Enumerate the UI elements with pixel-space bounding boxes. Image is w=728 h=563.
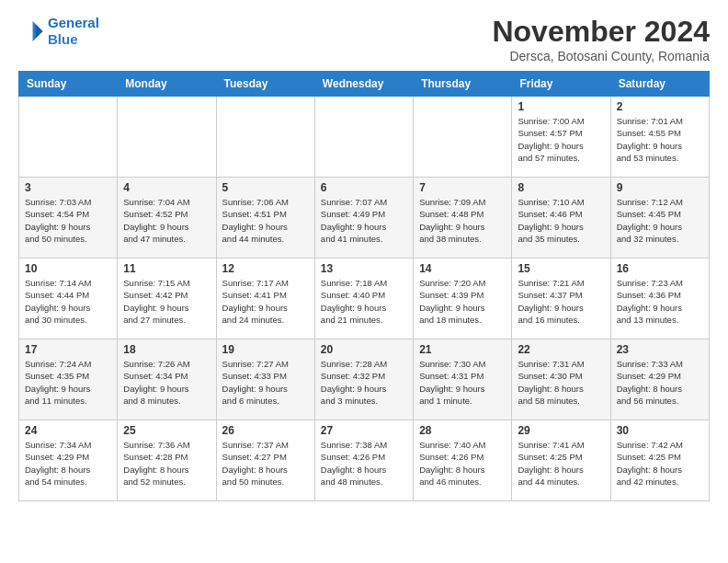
calendar-cell: 25Sunrise: 7:36 AMSunset: 4:28 PMDayligh… bbox=[118, 420, 216, 501]
day-header-friday: Friday bbox=[512, 72, 610, 97]
calendar-header-row: SundayMondayTuesdayWednesdayThursdayFrid… bbox=[19, 72, 710, 97]
day-number: 18 bbox=[123, 343, 210, 356]
day-info: Sunrise: 7:34 AMSunset: 4:29 PMDaylight:… bbox=[25, 439, 111, 488]
calendar-cell bbox=[216, 97, 314, 178]
day-info: Sunrise: 7:30 AMSunset: 4:31 PMDaylight:… bbox=[419, 358, 506, 407]
calendar-cell: 8Sunrise: 7:10 AMSunset: 4:46 PMDaylight… bbox=[512, 178, 610, 259]
day-info: Sunrise: 7:26 AMSunset: 4:34 PMDaylight:… bbox=[123, 358, 210, 407]
calendar-cell bbox=[118, 97, 216, 178]
day-header-monday: Monday bbox=[118, 72, 216, 97]
header: General Blue November 2024 Dersca, Botos… bbox=[18, 15, 710, 63]
logo-icon bbox=[18, 18, 44, 44]
calendar-cell: 22Sunrise: 7:31 AMSunset: 4:30 PMDayligh… bbox=[512, 339, 610, 420]
calendar-cell: 29Sunrise: 7:41 AMSunset: 4:25 PMDayligh… bbox=[512, 420, 610, 501]
day-info: Sunrise: 7:10 AMSunset: 4:46 PMDaylight:… bbox=[518, 196, 604, 245]
calendar-cell: 16Sunrise: 7:23 AMSunset: 4:36 PMDayligh… bbox=[610, 259, 709, 339]
calendar-cell: 20Sunrise: 7:28 AMSunset: 4:32 PMDayligh… bbox=[314, 339, 413, 420]
day-info: Sunrise: 7:06 AMSunset: 4:51 PMDaylight:… bbox=[222, 196, 309, 245]
calendar-cell: 7Sunrise: 7:09 AMSunset: 4:48 PMDaylight… bbox=[414, 178, 512, 259]
day-number: 22 bbox=[518, 343, 604, 356]
calendar-cell: 24Sunrise: 7:34 AMSunset: 4:29 PMDayligh… bbox=[19, 420, 118, 501]
calendar-week-row: 10Sunrise: 7:14 AMSunset: 4:44 PMDayligh… bbox=[19, 259, 710, 339]
day-number: 29 bbox=[518, 424, 604, 437]
day-info: Sunrise: 7:28 AMSunset: 4:32 PMDaylight:… bbox=[321, 358, 407, 407]
day-number: 26 bbox=[222, 424, 309, 437]
day-info: Sunrise: 7:12 AMSunset: 4:45 PMDaylight:… bbox=[617, 196, 703, 245]
day-info: Sunrise: 7:07 AMSunset: 4:49 PMDaylight:… bbox=[321, 196, 407, 245]
calendar-cell bbox=[19, 97, 118, 178]
calendar-cell: 21Sunrise: 7:30 AMSunset: 4:31 PMDayligh… bbox=[414, 339, 512, 420]
calendar-cell: 4Sunrise: 7:04 AMSunset: 4:52 PMDaylight… bbox=[118, 178, 216, 259]
day-number: 10 bbox=[25, 262, 111, 275]
day-info: Sunrise: 7:01 AMSunset: 4:55 PMDaylight:… bbox=[617, 115, 703, 164]
calendar-cell: 14Sunrise: 7:20 AMSunset: 4:39 PMDayligh… bbox=[414, 259, 512, 339]
day-number: 7 bbox=[419, 181, 506, 194]
day-info: Sunrise: 7:09 AMSunset: 4:48 PMDaylight:… bbox=[419, 196, 506, 245]
calendar-cell: 12Sunrise: 7:17 AMSunset: 4:41 PMDayligh… bbox=[216, 259, 314, 339]
day-info: Sunrise: 7:03 AMSunset: 4:54 PMDaylight:… bbox=[25, 196, 111, 245]
day-header-tuesday: Tuesday bbox=[216, 72, 314, 97]
day-header-thursday: Thursday bbox=[414, 72, 512, 97]
day-number: 2 bbox=[617, 100, 703, 113]
day-number: 12 bbox=[222, 262, 309, 275]
day-info: Sunrise: 7:38 AMSunset: 4:26 PMDaylight:… bbox=[321, 439, 407, 488]
day-number: 28 bbox=[419, 424, 506, 437]
day-number: 4 bbox=[123, 181, 210, 194]
day-number: 15 bbox=[518, 262, 604, 275]
calendar-cell: 10Sunrise: 7:14 AMSunset: 4:44 PMDayligh… bbox=[19, 259, 118, 339]
day-number: 17 bbox=[25, 343, 111, 356]
day-number: 23 bbox=[617, 343, 703, 356]
calendar-cell: 23Sunrise: 7:33 AMSunset: 4:29 PMDayligh… bbox=[610, 339, 709, 420]
calendar-cell: 1Sunrise: 7:00 AMSunset: 4:57 PMDaylight… bbox=[512, 97, 610, 178]
day-number: 5 bbox=[222, 181, 309, 194]
calendar-cell: 3Sunrise: 7:03 AMSunset: 4:54 PMDaylight… bbox=[19, 178, 118, 259]
day-header-sunday: Sunday bbox=[19, 72, 118, 97]
calendar-cell: 19Sunrise: 7:27 AMSunset: 4:33 PMDayligh… bbox=[216, 339, 314, 420]
day-header-saturday: Saturday bbox=[610, 72, 709, 97]
calendar-cell: 17Sunrise: 7:24 AMSunset: 4:35 PMDayligh… bbox=[19, 339, 118, 420]
day-info: Sunrise: 7:27 AMSunset: 4:33 PMDaylight:… bbox=[222, 358, 309, 407]
logo-blue: Blue bbox=[48, 31, 99, 48]
calendar-week-row: 17Sunrise: 7:24 AMSunset: 4:35 PMDayligh… bbox=[19, 339, 710, 420]
calendar-cell: 9Sunrise: 7:12 AMSunset: 4:45 PMDaylight… bbox=[610, 178, 709, 259]
calendar-cell: 30Sunrise: 7:42 AMSunset: 4:25 PMDayligh… bbox=[610, 420, 709, 501]
logo-text: General Blue bbox=[48, 15, 99, 48]
day-number: 27 bbox=[321, 424, 407, 437]
day-info: Sunrise: 7:14 AMSunset: 4:44 PMDaylight:… bbox=[25, 277, 111, 326]
day-info: Sunrise: 7:18 AMSunset: 4:40 PMDaylight:… bbox=[321, 277, 407, 326]
logo-general: General bbox=[48, 15, 99, 30]
calendar-week-row: 24Sunrise: 7:34 AMSunset: 4:29 PMDayligh… bbox=[19, 420, 710, 501]
day-number: 16 bbox=[617, 262, 703, 275]
calendar-week-row: 1Sunrise: 7:00 AMSunset: 4:57 PMDaylight… bbox=[19, 97, 710, 178]
calendar-table: SundayMondayTuesdayWednesdayThursdayFrid… bbox=[18, 71, 710, 501]
day-number: 11 bbox=[123, 262, 210, 275]
calendar-cell: 28Sunrise: 7:40 AMSunset: 4:26 PMDayligh… bbox=[414, 420, 512, 501]
day-number: 24 bbox=[25, 424, 111, 437]
day-number: 21 bbox=[419, 343, 506, 356]
day-number: 6 bbox=[321, 181, 407, 194]
day-info: Sunrise: 7:17 AMSunset: 4:41 PMDaylight:… bbox=[222, 277, 309, 326]
day-info: Sunrise: 7:36 AMSunset: 4:28 PMDaylight:… bbox=[123, 439, 210, 488]
calendar-cell: 26Sunrise: 7:37 AMSunset: 4:27 PMDayligh… bbox=[216, 420, 314, 501]
day-info: Sunrise: 7:21 AMSunset: 4:37 PMDaylight:… bbox=[518, 277, 604, 326]
month-title: November 2024 bbox=[492, 15, 710, 49]
day-info: Sunrise: 7:00 AMSunset: 4:57 PMDaylight:… bbox=[518, 115, 604, 164]
day-number: 25 bbox=[123, 424, 210, 437]
calendar-cell: 5Sunrise: 7:06 AMSunset: 4:51 PMDaylight… bbox=[216, 178, 314, 259]
day-number: 9 bbox=[617, 181, 703, 194]
location-subtitle: Dersca, Botosani County, Romania bbox=[492, 49, 710, 63]
day-number: 19 bbox=[222, 343, 309, 356]
day-number: 8 bbox=[518, 181, 604, 194]
day-info: Sunrise: 7:37 AMSunset: 4:27 PMDaylight:… bbox=[222, 439, 309, 488]
day-info: Sunrise: 7:24 AMSunset: 4:35 PMDaylight:… bbox=[25, 358, 111, 407]
calendar-cell bbox=[414, 97, 512, 178]
calendar-cell: 13Sunrise: 7:18 AMSunset: 4:40 PMDayligh… bbox=[314, 259, 413, 339]
day-header-wednesday: Wednesday bbox=[314, 72, 413, 97]
day-info: Sunrise: 7:04 AMSunset: 4:52 PMDaylight:… bbox=[123, 196, 210, 245]
day-number: 30 bbox=[617, 424, 703, 437]
calendar-cell: 27Sunrise: 7:38 AMSunset: 4:26 PMDayligh… bbox=[314, 420, 413, 501]
page: General Blue November 2024 Dersca, Botos… bbox=[0, 0, 728, 516]
calendar-cell: 2Sunrise: 7:01 AMSunset: 4:55 PMDaylight… bbox=[610, 97, 709, 178]
day-number: 20 bbox=[321, 343, 407, 356]
day-info: Sunrise: 7:33 AMSunset: 4:29 PMDaylight:… bbox=[617, 358, 703, 407]
